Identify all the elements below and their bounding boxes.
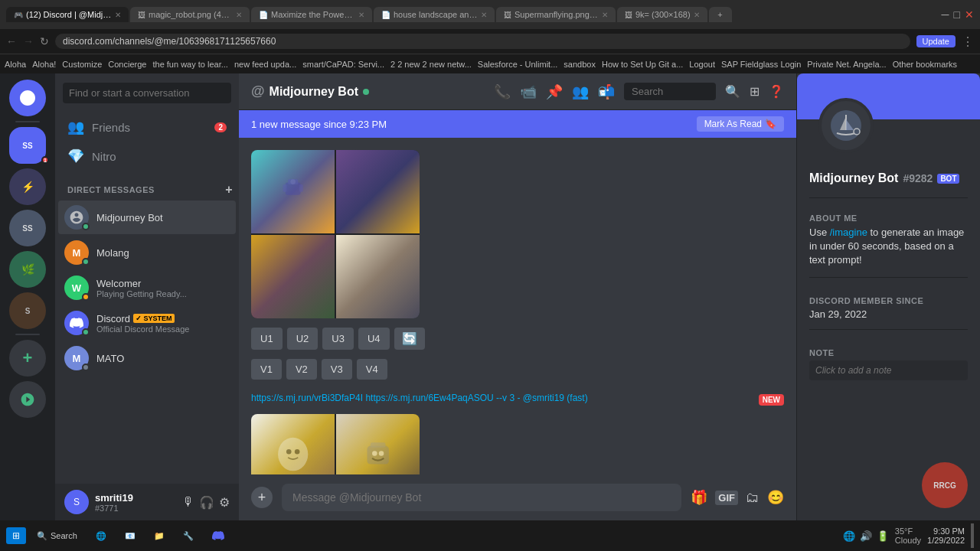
browser-tab-6[interactable]: 🖼 9k= (300×168) ✕ xyxy=(617,7,707,22)
phone-icon[interactable]: 📞 xyxy=(494,83,511,100)
variation-v4-btn[interactable]: V4 xyxy=(357,359,387,380)
tab-close-icon[interactable]: ✕ xyxy=(115,11,121,19)
bookmark-funway[interactable]: the fun way to lear... xyxy=(152,60,227,69)
browser-tab-4[interactable]: 📄 house landscape animation - G... ✕ xyxy=(374,7,495,22)
profile-avatar-area xyxy=(809,98,968,159)
forward-icon[interactable]: → xyxy=(23,35,34,47)
upscale-u3-btn[interactable]: U3 xyxy=(322,328,354,350)
sidebar-nav-nitro[interactable]: 💎 Nitro xyxy=(55,142,239,171)
messages-container[interactable]: U1 U2 U3 U4 🔄 V1 V2 V3 V4 xyxy=(239,138,796,474)
update-button[interactable]: Update xyxy=(916,35,956,47)
server-icon-s2[interactable]: ⚡ xyxy=(9,168,46,205)
bookmark-sandbox[interactable]: sandbox xyxy=(564,60,596,69)
bookmark-concierge[interactable]: Concierge xyxy=(108,60,146,69)
imagine-link[interactable]: /imagine xyxy=(830,227,867,238)
bookmark-aloha2[interactable]: Aloha! xyxy=(32,60,56,69)
message-input[interactable] xyxy=(282,484,681,511)
pin-icon[interactable]: 📌 xyxy=(546,83,563,100)
dm-search-input[interactable] xyxy=(63,83,231,103)
server-icon-s3[interactable]: 🌿 xyxy=(9,251,46,288)
video-icon[interactable]: 📹 xyxy=(520,83,537,100)
address-input[interactable] xyxy=(55,34,910,49)
taskbar-search[interactable]: 🔍 Search xyxy=(29,528,85,544)
taskbar-folder[interactable]: 📁 xyxy=(146,528,172,544)
browser-tab-5[interactable]: 🖼 Supermanflying.png (250×375) ✕ xyxy=(496,7,616,22)
server-icon-ss1[interactable]: SS 1 xyxy=(9,127,46,164)
mute-icon[interactable]: 🎙 xyxy=(182,495,194,510)
dm-item-welcomer[interactable]: W Welcomer Playing Getting Ready... xyxy=(58,271,236,305)
variation-v1-btn[interactable]: V1 xyxy=(251,359,282,380)
refresh-btn-1[interactable]: 🔄 xyxy=(394,328,425,350)
dm-item-discord-name: Discord ✓ SYSTEM xyxy=(96,313,230,324)
reload-icon[interactable]: ↻ xyxy=(40,35,49,47)
browser-tab-2[interactable]: 🖼 magic_robot.png (400×400) ✕ xyxy=(130,7,250,22)
server-icon-s4[interactable]: S xyxy=(9,292,46,329)
tab-close-4-icon[interactable]: ✕ xyxy=(481,11,487,19)
minimize-icon[interactable]: ─ xyxy=(942,8,949,21)
server-icon-home[interactable] xyxy=(9,80,46,116)
image-grid-2 xyxy=(251,414,420,474)
settings-icon[interactable]: ⚙ xyxy=(219,495,230,510)
search-icon[interactable]: 🔍 xyxy=(725,84,740,99)
layout-icon[interactable]: ⊞ xyxy=(750,84,760,99)
more-options-icon[interactable]: ⋮ xyxy=(962,34,974,49)
close-icon[interactable]: ✕ xyxy=(965,8,974,21)
chat-search-input[interactable] xyxy=(624,83,716,100)
bookmark-customize[interactable]: Customize xyxy=(62,60,102,69)
browser-tab-active[interactable]: 🎮 (12) Discord | @Midjourney... ✕ xyxy=(6,7,129,22)
taskbar-mail[interactable]: 📧 xyxy=(117,528,143,544)
taskbar-volume-icon[interactable]: 🔊 xyxy=(860,530,872,542)
server-icon-add[interactable]: + xyxy=(9,340,46,377)
variation-v2-btn[interactable]: V2 xyxy=(286,359,317,380)
browser-tab-3[interactable]: 📄 Maximize the Power of AI Art In... ✕ xyxy=(251,7,372,22)
attachment-button[interactable]: + xyxy=(251,487,273,508)
emoji-icon[interactable]: 😊 xyxy=(767,489,784,506)
taskbar-chrome[interactable]: 🌐 xyxy=(88,528,114,544)
upscale-u1-btn[interactable]: U1 xyxy=(251,328,283,350)
bookmark-smart[interactable]: smart/CaPAD: Servi... xyxy=(302,60,384,69)
gif-icon[interactable]: GIF xyxy=(715,491,738,505)
sticker-icon[interactable]: 🗂 xyxy=(746,490,760,506)
dm-item-molang[interactable]: M Molang xyxy=(58,236,236,269)
gift-icon[interactable]: 🎁 xyxy=(691,489,707,506)
dm-item-midjourney[interactable]: Midjourney Bot xyxy=(58,201,236,234)
bookmark-feed[interactable]: new feed upda... xyxy=(234,60,296,69)
dm-item-mato[interactable]: M MATO xyxy=(58,341,236,375)
dm-add-button[interactable]: + xyxy=(225,183,233,197)
deafen-icon[interactable]: 🎧 xyxy=(199,495,214,510)
tab-close-5-icon[interactable]: ✕ xyxy=(602,11,608,19)
note-input[interactable] xyxy=(809,360,968,380)
bookmark-private[interactable]: Private Net. Angela... xyxy=(807,60,886,69)
tab-close-3-icon[interactable]: ✕ xyxy=(358,11,364,19)
bookmark-logout[interactable]: Logout xyxy=(689,60,715,69)
mark-as-read-button[interactable]: Mark As Read 🔖 xyxy=(697,116,784,132)
taskbar-discord-pinned[interactable] xyxy=(204,527,232,545)
taskbar-show-desktop[interactable] xyxy=(971,523,974,548)
new-tab-button[interactable]: + xyxy=(709,7,732,22)
server-icon-ss2[interactable]: SS xyxy=(9,210,46,246)
upscale-u2-btn[interactable]: U2 xyxy=(287,328,318,350)
members-icon[interactable]: 👥 xyxy=(572,83,589,100)
bookmark-salesforce[interactable]: Salesforce - Unlimit... xyxy=(478,60,558,69)
variation-v3-btn[interactable]: V3 xyxy=(322,359,352,380)
back-icon[interactable]: ← xyxy=(6,35,17,47)
bookmark-sap[interactable]: SAP Fieldglass Login xyxy=(721,60,801,69)
inbox-icon[interactable]: 📬 xyxy=(598,83,615,100)
taskbar-app1[interactable]: 🔧 xyxy=(175,528,201,544)
svg-point-16 xyxy=(854,129,860,135)
sidebar-nav-friends[interactable]: 👥 Friends 2 xyxy=(55,112,239,142)
bookmark-new2[interactable]: 2 2 new 2 new netw... xyxy=(390,60,472,69)
bookmark-other[interactable]: Other bookmarks xyxy=(893,60,957,69)
maximize-icon[interactable]: □ xyxy=(954,8,960,21)
help-icon[interactable]: ❓ xyxy=(769,84,784,99)
taskbar-network-icon[interactable]: 🌐 xyxy=(843,530,855,542)
tab-close-2-icon[interactable]: ✕ xyxy=(236,11,242,19)
bookmark-git[interactable]: How to Set Up Git a... xyxy=(602,60,683,69)
server-icon-explore[interactable] xyxy=(9,381,46,418)
tab-close-6-icon[interactable]: ✕ xyxy=(694,11,700,19)
bookmark-aloha[interactable]: Aloha xyxy=(5,60,26,69)
start-button[interactable]: ⊞ xyxy=(6,527,26,544)
upscale-u4-btn[interactable]: U4 xyxy=(358,328,390,350)
message-2-header: https://s.mj.run/vrBi3DfaP4I https://s.m… xyxy=(251,392,784,408)
dm-item-discord[interactable]: Discord ✓ SYSTEM Official Discord Messag… xyxy=(58,306,236,340)
